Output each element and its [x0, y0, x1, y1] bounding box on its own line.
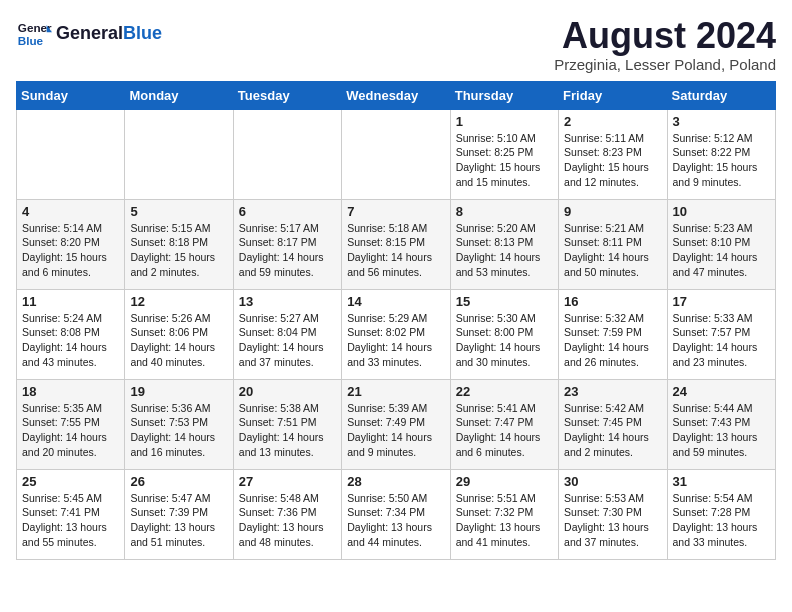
day-info: Sunrise: 5:50 AM Sunset: 7:34 PM Dayligh… [347, 491, 444, 550]
day-info: Sunrise: 5:29 AM Sunset: 8:02 PM Dayligh… [347, 311, 444, 370]
day-info: Sunrise: 5:36 AM Sunset: 7:53 PM Dayligh… [130, 401, 227, 460]
calendar-cell: 29Sunrise: 5:51 AM Sunset: 7:32 PM Dayli… [450, 469, 558, 559]
day-number: 7 [347, 204, 444, 219]
day-number: 14 [347, 294, 444, 309]
logo-text: GeneralBlue [56, 24, 162, 44]
week-row-1: 1Sunrise: 5:10 AM Sunset: 8:25 PM Daylig… [17, 109, 776, 199]
day-number: 18 [22, 384, 119, 399]
day-header-tuesday: Tuesday [233, 81, 341, 109]
day-header-row: SundayMondayTuesdayWednesdayThursdayFrid… [17, 81, 776, 109]
day-number: 15 [456, 294, 553, 309]
day-number: 23 [564, 384, 661, 399]
day-info: Sunrise: 5:47 AM Sunset: 7:39 PM Dayligh… [130, 491, 227, 550]
day-info: Sunrise: 5:12 AM Sunset: 8:22 PM Dayligh… [673, 131, 770, 190]
week-row-2: 4Sunrise: 5:14 AM Sunset: 8:20 PM Daylig… [17, 199, 776, 289]
calendar-cell [233, 109, 341, 199]
calendar-cell: 24Sunrise: 5:44 AM Sunset: 7:43 PM Dayli… [667, 379, 775, 469]
day-info: Sunrise: 5:23 AM Sunset: 8:10 PM Dayligh… [673, 221, 770, 280]
day-number: 28 [347, 474, 444, 489]
calendar-cell: 19Sunrise: 5:36 AM Sunset: 7:53 PM Dayli… [125, 379, 233, 469]
day-info: Sunrise: 5:35 AM Sunset: 7:55 PM Dayligh… [22, 401, 119, 460]
calendar-table: SundayMondayTuesdayWednesdayThursdayFrid… [16, 81, 776, 560]
day-number: 1 [456, 114, 553, 129]
calendar-cell: 10Sunrise: 5:23 AM Sunset: 8:10 PM Dayli… [667, 199, 775, 289]
day-header-friday: Friday [559, 81, 667, 109]
day-info: Sunrise: 5:11 AM Sunset: 8:23 PM Dayligh… [564, 131, 661, 190]
day-info: Sunrise: 5:48 AM Sunset: 7:36 PM Dayligh… [239, 491, 336, 550]
calendar-cell: 25Sunrise: 5:45 AM Sunset: 7:41 PM Dayli… [17, 469, 125, 559]
day-info: Sunrise: 5:26 AM Sunset: 8:06 PM Dayligh… [130, 311, 227, 370]
day-header-sunday: Sunday [17, 81, 125, 109]
calendar-cell: 17Sunrise: 5:33 AM Sunset: 7:57 PM Dayli… [667, 289, 775, 379]
day-number: 24 [673, 384, 770, 399]
svg-text:Blue: Blue [18, 34, 44, 47]
day-info: Sunrise: 5:51 AM Sunset: 7:32 PM Dayligh… [456, 491, 553, 550]
day-header-saturday: Saturday [667, 81, 775, 109]
day-info: Sunrise: 5:45 AM Sunset: 7:41 PM Dayligh… [22, 491, 119, 550]
day-number: 8 [456, 204, 553, 219]
day-info: Sunrise: 5:54 AM Sunset: 7:28 PM Dayligh… [673, 491, 770, 550]
calendar-cell [17, 109, 125, 199]
day-number: 31 [673, 474, 770, 489]
day-number: 27 [239, 474, 336, 489]
week-row-3: 11Sunrise: 5:24 AM Sunset: 8:08 PM Dayli… [17, 289, 776, 379]
calendar-cell: 28Sunrise: 5:50 AM Sunset: 7:34 PM Dayli… [342, 469, 450, 559]
day-info: Sunrise: 5:21 AM Sunset: 8:11 PM Dayligh… [564, 221, 661, 280]
calendar-cell: 2Sunrise: 5:11 AM Sunset: 8:23 PM Daylig… [559, 109, 667, 199]
calendar-cell: 6Sunrise: 5:17 AM Sunset: 8:17 PM Daylig… [233, 199, 341, 289]
calendar-cell: 27Sunrise: 5:48 AM Sunset: 7:36 PM Dayli… [233, 469, 341, 559]
day-number: 21 [347, 384, 444, 399]
day-info: Sunrise: 5:14 AM Sunset: 8:20 PM Dayligh… [22, 221, 119, 280]
day-info: Sunrise: 5:33 AM Sunset: 7:57 PM Dayligh… [673, 311, 770, 370]
title-area: August 2024 Przeginia, Lesser Poland, Po… [554, 16, 776, 73]
calendar-cell: 9Sunrise: 5:21 AM Sunset: 8:11 PM Daylig… [559, 199, 667, 289]
day-number: 17 [673, 294, 770, 309]
day-info: Sunrise: 5:41 AM Sunset: 7:47 PM Dayligh… [456, 401, 553, 460]
calendar-cell: 12Sunrise: 5:26 AM Sunset: 8:06 PM Dayli… [125, 289, 233, 379]
day-number: 19 [130, 384, 227, 399]
day-number: 25 [22, 474, 119, 489]
calendar-cell: 5Sunrise: 5:15 AM Sunset: 8:18 PM Daylig… [125, 199, 233, 289]
day-number: 10 [673, 204, 770, 219]
day-number: 3 [673, 114, 770, 129]
month-title: August 2024 [554, 16, 776, 56]
day-number: 26 [130, 474, 227, 489]
day-number: 22 [456, 384, 553, 399]
calendar-cell: 22Sunrise: 5:41 AM Sunset: 7:47 PM Dayli… [450, 379, 558, 469]
calendar-cell [342, 109, 450, 199]
calendar-cell: 3Sunrise: 5:12 AM Sunset: 8:22 PM Daylig… [667, 109, 775, 199]
day-info: Sunrise: 5:18 AM Sunset: 8:15 PM Dayligh… [347, 221, 444, 280]
calendar-cell: 26Sunrise: 5:47 AM Sunset: 7:39 PM Dayli… [125, 469, 233, 559]
day-number: 12 [130, 294, 227, 309]
day-info: Sunrise: 5:42 AM Sunset: 7:45 PM Dayligh… [564, 401, 661, 460]
logo-icon: General Blue [16, 16, 52, 52]
day-info: Sunrise: 5:30 AM Sunset: 8:00 PM Dayligh… [456, 311, 553, 370]
day-number: 16 [564, 294, 661, 309]
day-info: Sunrise: 5:10 AM Sunset: 8:25 PM Dayligh… [456, 131, 553, 190]
calendar-cell: 1Sunrise: 5:10 AM Sunset: 8:25 PM Daylig… [450, 109, 558, 199]
day-number: 9 [564, 204, 661, 219]
calendar-cell: 23Sunrise: 5:42 AM Sunset: 7:45 PM Dayli… [559, 379, 667, 469]
calendar-cell: 7Sunrise: 5:18 AM Sunset: 8:15 PM Daylig… [342, 199, 450, 289]
week-row-4: 18Sunrise: 5:35 AM Sunset: 7:55 PM Dayli… [17, 379, 776, 469]
day-info: Sunrise: 5:24 AM Sunset: 8:08 PM Dayligh… [22, 311, 119, 370]
calendar-body: 1Sunrise: 5:10 AM Sunset: 8:25 PM Daylig… [17, 109, 776, 559]
day-number: 13 [239, 294, 336, 309]
day-info: Sunrise: 5:44 AM Sunset: 7:43 PM Dayligh… [673, 401, 770, 460]
day-number: 2 [564, 114, 661, 129]
location: Przeginia, Lesser Poland, Poland [554, 56, 776, 73]
calendar-cell: 4Sunrise: 5:14 AM Sunset: 8:20 PM Daylig… [17, 199, 125, 289]
calendar-cell: 20Sunrise: 5:38 AM Sunset: 7:51 PM Dayli… [233, 379, 341, 469]
day-number: 4 [22, 204, 119, 219]
calendar-cell: 11Sunrise: 5:24 AM Sunset: 8:08 PM Dayli… [17, 289, 125, 379]
calendar-cell: 16Sunrise: 5:32 AM Sunset: 7:59 PM Dayli… [559, 289, 667, 379]
header: General Blue GeneralBlue August 2024 Prz… [16, 16, 776, 73]
day-header-monday: Monday [125, 81, 233, 109]
day-info: Sunrise: 5:32 AM Sunset: 7:59 PM Dayligh… [564, 311, 661, 370]
logo: General Blue GeneralBlue [16, 16, 162, 52]
calendar-cell: 30Sunrise: 5:53 AM Sunset: 7:30 PM Dayli… [559, 469, 667, 559]
day-number: 30 [564, 474, 661, 489]
day-info: Sunrise: 5:20 AM Sunset: 8:13 PM Dayligh… [456, 221, 553, 280]
day-number: 11 [22, 294, 119, 309]
day-number: 29 [456, 474, 553, 489]
